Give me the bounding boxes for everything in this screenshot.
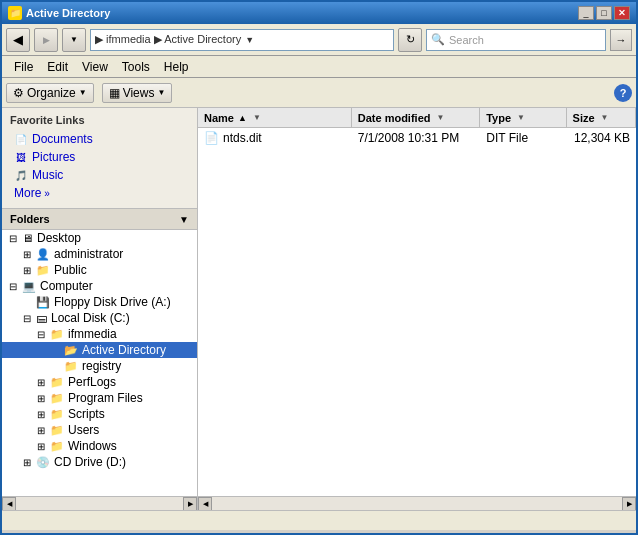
hscroll-left-track[interactable] [16,497,183,510]
fav-pictures[interactable]: 🖼 Pictures [10,148,189,166]
expander-perflogs[interactable] [34,375,48,389]
address-bar: ◀ ▶ ▼ ▶ ifmmedia ▶ Active Directory ▼ ↻ … [2,24,636,56]
expander-windows[interactable] [34,439,48,453]
tree-item-perflogs[interactable]: 📁 PerfLogs [2,374,197,390]
folders-collapse-icon: ▼ [179,214,189,225]
file-row-ntds[interactable]: 📄 ntds.dit 7/1/2008 10:31 PM DIT File 12… [198,128,636,148]
maximize-button[interactable]: □ [596,6,612,20]
tree-item-floppy[interactable]: 💾 Floppy Disk Drive (A:) [2,294,197,310]
col-header-date[interactable]: Date modified ▼ [352,108,480,127]
recent-button[interactable]: ▼ [62,28,86,52]
hscroll-right: ◀ ▶ [198,497,636,510]
menu-view[interactable]: View [76,58,114,76]
favorite-links-title: Favorite Links [10,114,189,126]
expander-ifmmedia[interactable] [34,327,48,341]
col-header-size[interactable]: Size ▼ [567,108,636,127]
expander-floppy [20,295,34,309]
expander-desktop[interactable] [6,231,20,245]
fav-documents[interactable]: 📄 Documents [10,130,189,148]
search-go-button[interactable]: → [610,29,632,51]
dit-file-icon: 📄 [204,131,219,145]
name-drop-arrow[interactable]: ▼ [253,113,261,122]
hscroll-left-arrow[interactable]: ◀ [2,497,16,511]
perflogs-icon: 📁 [50,376,64,389]
file-size-cell: 12,304 KB [567,131,636,145]
tree-item-windows[interactable]: 📁 Windows [2,438,197,454]
fav-music[interactable]: 🎵 Music [10,166,189,184]
views-button[interactable]: ▦ Views ▼ [102,83,173,103]
menu-help[interactable]: Help [158,58,195,76]
col-name-label: Name [204,112,234,124]
menu-bar: File Edit View Tools Help [2,56,636,78]
window-icon: 📁 [8,6,22,20]
tree-item-registry[interactable]: 📁 registry [2,358,197,374]
tree-label-users: Users [68,423,99,437]
tree-item-ifmmedia[interactable]: 📁 ifmmedia [2,326,197,342]
name-sort-arrow: ▲ [238,113,247,123]
tree-item-administrator[interactable]: 👤 administrator [2,246,197,262]
scripts-icon: 📁 [50,408,64,421]
date-drop-arrow[interactable]: ▼ [436,113,444,122]
main-container: Favorite Links 📄 Documents 🖼 Pictures 🎵 … [2,108,636,496]
search-placeholder: Search [449,34,484,46]
refresh-button[interactable]: ↻ [398,28,422,52]
window-title: Active Directory [26,7,110,19]
views-icon: ▦ [109,86,120,100]
expander-scripts[interactable] [34,407,48,421]
size-drop-arrow[interactable]: ▼ [601,113,609,122]
expander-users[interactable] [34,423,48,437]
tree-label-cddrive: CD Drive (D:) [54,455,126,469]
menu-edit[interactable]: Edit [41,58,74,76]
col-size-label: Size [573,112,595,124]
address-path: ▶ ifmmedia ▶ Active Directory [95,33,241,46]
organize-arrow: ▼ [79,88,87,97]
tree-label-scripts: Scripts [68,407,105,421]
col-header-name[interactable]: Name ▲ ▼ [198,108,352,127]
help-button[interactable]: ? [614,84,632,102]
hscroll-left: ◀ ▶ [2,497,198,510]
cddrive-icon: 💿 [36,456,50,469]
expander-computer[interactable] [6,279,20,293]
menu-tools[interactable]: Tools [116,58,156,76]
more-link[interactable]: More » [10,184,189,202]
hscroll-right-arrow-left[interactable]: ▶ [183,497,197,511]
file-type-cell: DIT File [480,131,566,145]
folders-header[interactable]: Folders ▼ [2,209,197,230]
back-button[interactable]: ◀ [6,28,30,52]
tree-item-cddrive[interactable]: 💿 CD Drive (D:) [2,454,197,470]
tree-item-users[interactable]: 📁 Users [2,422,197,438]
tree-item-desktop[interactable]: 🖥 Desktop [2,230,197,246]
tree-item-scripts[interactable]: 📁 Scripts [2,406,197,422]
hscroll-right-track[interactable] [212,497,622,510]
left-panel: Favorite Links 📄 Documents 🖼 Pictures 🎵 … [2,108,198,496]
col-header-type[interactable]: Type ▼ [480,108,566,127]
menu-file[interactable]: File [8,58,39,76]
expander-localdisk[interactable] [20,311,34,325]
expander-public[interactable] [20,263,34,277]
hscroll-right-right-arrow[interactable]: ▶ [622,497,636,511]
tree-item-programfiles[interactable]: 📁 Program Files [2,390,197,406]
status-bar [2,510,636,530]
address-field[interactable]: ▶ ifmmedia ▶ Active Directory ▼ [90,29,394,51]
expander-programfiles[interactable] [34,391,48,405]
tree-item-localdisk[interactable]: 🖴 Local Disk (C:) [2,310,197,326]
close-button[interactable]: ✕ [614,6,630,20]
organize-button[interactable]: ⚙ Organize ▼ [6,83,94,103]
folders-tree[interactable]: 🖥 Desktop 👤 administrator 📁 Public [2,230,197,496]
minimize-button[interactable]: _ [578,6,594,20]
ifmmedia-icon: 📁 [50,328,64,341]
tree-item-public[interactable]: 📁 Public [2,262,197,278]
hscroll-right-left-arrow[interactable]: ◀ [198,497,212,511]
expander-administrator[interactable] [20,247,34,261]
tree-item-activedirectory[interactable]: 📂 Active Directory [2,342,197,358]
forward-button[interactable]: ▶ [34,28,58,52]
type-drop-arrow[interactable]: ▼ [517,113,525,122]
tree-item-computer[interactable]: 💻 Computer [2,278,197,294]
users-icon: 📁 [50,424,64,437]
file-name-cell: 📄 ntds.dit [198,131,352,145]
tree-label-floppy: Floppy Disk Drive (A:) [54,295,171,309]
search-field[interactable]: 🔍 Search [426,29,606,51]
expander-cddrive[interactable] [20,455,34,469]
col-date-label: Date modified [358,112,431,124]
address-dropdown-arrow[interactable]: ▼ [245,35,254,45]
